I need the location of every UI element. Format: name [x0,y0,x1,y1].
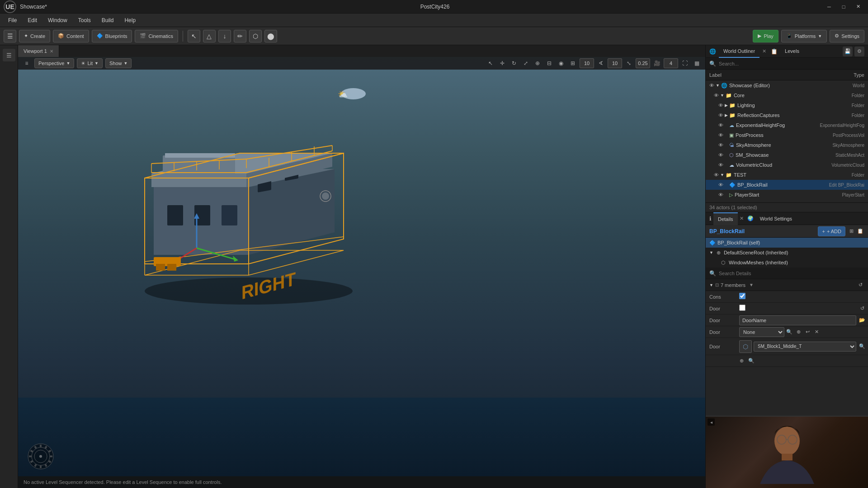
outliner-row-lighting[interactable]: 👁 ▶ 📁 Lighting Folder [706,100,868,110]
create-button[interactable]: ✦ Create [19,30,50,42]
sidebar-icon-1[interactable]: ☰ [3,49,15,61]
close-button[interactable]: ✕ [852,2,864,12]
geometry-button[interactable]: ⬡ [249,30,262,42]
lit-button[interactable]: ☀ Lit ▼ [77,58,103,68]
outliner-save-icon[interactable]: 💾 [843,47,853,56]
webcam-collapse-button[interactable]: ◂ [708,418,715,426]
universal-icon[interactable]: ⊕ [533,58,542,68]
maximize-button[interactable]: □ [837,2,850,12]
hamburger-button[interactable]: ☰ [4,30,16,42]
door-reset: ↺ [858,305,866,313]
cinematics-button[interactable]: 🎬 Cinematics [135,30,178,42]
layout-icon[interactable]: ▦ [692,58,702,68]
platforms-button[interactable]: 📱 Platforms ▼ [781,30,827,42]
outliner-row-vol-cloud[interactable]: 👁 ▶ ☁ VolumetricCloud VolumetricCloud [706,160,868,170]
door-select-close-icon[interactable]: ✕ [812,328,821,336]
bp-icon-1[interactable]: ⊞ [847,227,855,235]
mesh-select-input[interactable]: SM_Block1_Middle_T [754,342,856,352]
detail-row-cons: Cons [706,291,868,303]
rot-snap-value[interactable]: 10 [608,58,622,68]
outliner-row-postprocess[interactable]: 👁 ▶ ▣ PostProcess PostProcessVol [706,130,868,140]
menu-tools[interactable]: Tools [74,15,95,25]
mesh-action-2[interactable]: 🔍 [747,357,755,365]
vp-menu-icon[interactable]: ≡ [22,58,32,68]
mesh-search-icon[interactable]: 🔍 [858,343,866,351]
self-component-row[interactable]: 🔷 BP_BlockRail (self) [706,238,868,248]
landscape-button[interactable]: △ [203,30,216,42]
door-select-reset-icon[interactable]: ↩ [803,328,811,336]
content-button[interactable]: 📦 Content [53,30,89,42]
filter-icon: ▼ [749,282,754,287]
outliner-settings-icon[interactable]: ⚙ [854,47,864,56]
comp-row-default-scene[interactable]: ▼ ⊕ DefaultSceneRoot (Inherited) [706,248,868,258]
menu-help[interactable]: Help [120,15,140,25]
outliner-search-input[interactable] [719,61,864,66]
scale-icon[interactable]: ⤢ [521,58,531,68]
outliner-actions: 💾 ⚙ [843,47,864,56]
viewport[interactable]: ⛅ Viewport 1 ✕ ≡ Perspective ▼ ☀ Lit ▼ S… [18,45,705,488]
outliner-row-core[interactable]: 👁 ▼ 📁 Core Folder [706,90,868,100]
blueprints-button[interactable]: 🔷 Blueprints [92,30,132,42]
reset-icon[interactable]: ↺ [856,281,864,289]
grid-icon[interactable]: ⊞ [568,58,578,68]
door-name-browse-icon[interactable]: 📂 [858,316,866,324]
play-button[interactable]: ▶ Play [753,30,778,42]
cam-speed-value[interactable]: 4 [664,58,678,68]
details-search-input[interactable] [719,271,864,276]
details-close-icon[interactable]: ✕ [740,216,744,221]
add-component-button[interactable]: + + ADD [818,226,845,236]
details-tab[interactable]: Details [713,212,738,225]
settings-button[interactable]: ⚙ Settings [830,30,864,42]
move-icon[interactable]: ✛ [497,58,507,68]
outliner-tab[interactable]: World Outliner [719,45,760,58]
minimize-button[interactable]: ─ [823,2,835,12]
mesh-action-1[interactable]: ⊕ [737,357,745,365]
door-checkbox[interactable] [739,305,745,311]
folder-icon-lighting: 📁 [729,103,736,108]
eye-icon-sky: 👁 [718,142,723,148]
mesh-paint-button[interactable]: ⬤ [264,30,277,42]
outliner-row-test[interactable]: 👁 ▼ 📁 TEST Folder [706,170,868,180]
select-mode-button[interactable]: ↖ [188,30,200,42]
outliner-row-bp-blockrail[interactable]: 👁 ▶ 🔷 BP_BlockRail Edit BP_BlockRai [706,180,868,190]
perspective-label: Perspective [38,61,64,66]
outliner-row-fog[interactable]: 👁 ▶ ☁ ExponentialHeightFog ExponentialHe… [706,120,868,130]
door-select-browse-icon[interactable]: ⊕ [794,328,802,336]
door-name-input[interactable] [739,315,856,325]
grid-size-value[interactable]: 10 [580,58,594,68]
viewport-tab-close[interactable]: ✕ [50,49,53,54]
select-icon[interactable]: ↖ [486,58,495,68]
cons-checkbox[interactable] [739,293,745,299]
outliner-row-playerstart[interactable]: 👁 ▶ ▷ PlayerStart PlayerStart [706,190,868,200]
cam-speed-icon[interactable]: 🎥 [652,58,662,68]
surface-icon[interactable]: ⊟ [544,58,554,68]
brush-button[interactable]: ✏ [234,30,246,42]
perspective-button[interactable]: Perspective ▼ [34,58,74,68]
outliner-row-sm-showcase[interactable]: 👁 ▶ ⬡ SM_Showcase StaticMeshAct [706,150,868,160]
scale-snap-value[interactable]: 0.25 [636,58,650,68]
scale-snap-icon[interactable]: ⤡ [624,58,634,68]
rotate-icon[interactable]: ↻ [509,58,519,68]
show-button[interactable]: Show ▼ [105,58,132,68]
comp-row-window-meshes[interactable]: ▶ ⬡ WindowMeshes (Inherited) [706,258,868,267]
status-text: No active Level Sequencer detected. Plea… [24,479,222,485]
foliage-button[interactable]: ↓ [218,30,231,42]
details-header: ℹ Details ✕ 🌍 World Settings [706,212,868,225]
viewport-tab-1[interactable]: Viewport 1 ✕ [18,45,59,57]
outliner-row-reflection[interactable]: 👁 ▶ 📁 ReflectionCaptures Folder [706,110,868,120]
world-settings-tab[interactable]: World Settings [755,212,797,225]
menu-edit[interactable]: Edit [23,15,42,25]
menu-build[interactable]: Build [97,15,118,25]
rot-snap-icon[interactable]: ∢ [596,58,606,68]
door-select-search-icon[interactable]: 🔍 [785,328,793,336]
menu-file[interactable]: File [4,15,21,25]
bp-icon-2[interactable]: 📋 [856,227,864,235]
door-select-input[interactable]: None [739,327,784,337]
levels-tab[interactable]: Levels [780,45,804,58]
outliner-row-showcase[interactable]: 👁 ▼ 🌐 Showcase (Editor) World [706,80,868,90]
maximize-viewport-icon[interactable]: ⛶ [680,58,690,68]
bounds-icon[interactable]: ◉ [556,58,566,68]
door-reset-icon[interactable]: ↺ [858,305,866,313]
outliner-row-sky[interactable]: 👁 ▶ 🌤 SkyAtmosphere SkyAtmosphere [706,140,868,150]
menu-window[interactable]: Window [43,15,72,25]
